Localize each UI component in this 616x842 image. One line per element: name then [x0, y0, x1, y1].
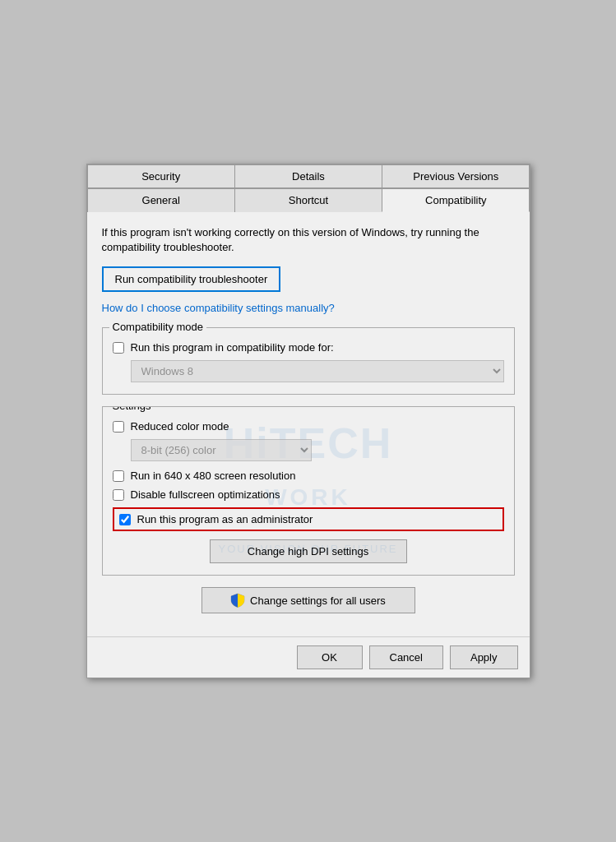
fullscreen-row: Disable fullscreen optimizations: [113, 488, 504, 501]
tabs-row-2: General Shortcut Compatibility: [87, 188, 530, 212]
tab-shortcut[interactable]: Shortcut: [234, 188, 382, 212]
tab-compatibility[interactable]: Compatibility: [382, 188, 530, 212]
ok-button[interactable]: OK: [297, 645, 363, 669]
tab-content: If this program isn't working correctly …: [87, 212, 530, 636]
change-dpi-button[interactable]: Change high DPI settings: [210, 539, 407, 563]
compat-mode-checkbox[interactable]: [113, 342, 124, 354]
compatibility-mode-label: Compatibility mode: [109, 321, 207, 333]
settings-section: Settings HiTECHWORKYOUR VISION OUR FUTUR…: [102, 406, 515, 576]
change-settings-button[interactable]: Change settings for all users: [201, 587, 415, 613]
color-dropdown-row: 8-bit (256) color 16-bit color: [131, 439, 504, 461]
tab-security[interactable]: Security: [87, 164, 235, 187]
compat-mode-dropdown[interactable]: Windows 8 Windows 7 Windows Vista Window…: [131, 360, 504, 382]
settings-label: Settings: [109, 406, 155, 412]
run-troubleshooter-button[interactable]: Run compatibility troubleshooter: [102, 266, 281, 292]
admin-row: Run this program as an administrator: [113, 507, 504, 531]
resolution-row: Run in 640 x 480 screen resolution: [113, 470, 504, 482]
admin-checkbox[interactable]: [119, 514, 131, 525]
compat-mode-checkbox-row: Run this program in compatibility mode f…: [113, 341, 504, 354]
admin-label[interactable]: Run this program as an administrator: [137, 513, 313, 525]
tab-general[interactable]: General: [87, 188, 235, 212]
compat-mode-dropdown-row: Windows 8 Windows 7 Windows Vista Window…: [131, 360, 504, 382]
bottom-bar: OK Cancel Apply: [87, 636, 530, 678]
fullscreen-label[interactable]: Disable fullscreen optimizations: [131, 488, 280, 501]
tabs-row-1: Security Details Previous Versions: [87, 164, 530, 188]
cancel-button[interactable]: Cancel: [369, 645, 443, 669]
compat-mode-checkbox-label[interactable]: Run this program in compatibility mode f…: [131, 341, 334, 354]
compatibility-mode-section: Compatibility mode Run this program in c…: [102, 327, 515, 395]
reduced-color-checkbox[interactable]: [113, 421, 124, 433]
change-settings-label: Change settings for all users: [250, 594, 386, 607]
fullscreen-checkbox[interactable]: [113, 489, 124, 501]
dialog-window: Security Details Previous Versions Gener…: [86, 164, 530, 678]
tab-details[interactable]: Details: [234, 164, 382, 187]
reduced-color-label[interactable]: Reduced color mode: [131, 420, 229, 433]
description-text: If this program isn't working correctly …: [102, 225, 515, 255]
resolution-label[interactable]: Run in 640 x 480 screen resolution: [131, 470, 296, 482]
tab-previous-versions[interactable]: Previous Versions: [382, 164, 530, 187]
resolution-checkbox[interactable]: [113, 470, 124, 482]
reduced-color-row: Reduced color mode: [113, 420, 504, 433]
color-dropdown[interactable]: 8-bit (256) color 16-bit color: [131, 439, 312, 461]
apply-button[interactable]: Apply: [450, 645, 518, 669]
help-link[interactable]: How do I choose compatibility settings m…: [102, 302, 515, 314]
shield-icon: [230, 593, 245, 608]
